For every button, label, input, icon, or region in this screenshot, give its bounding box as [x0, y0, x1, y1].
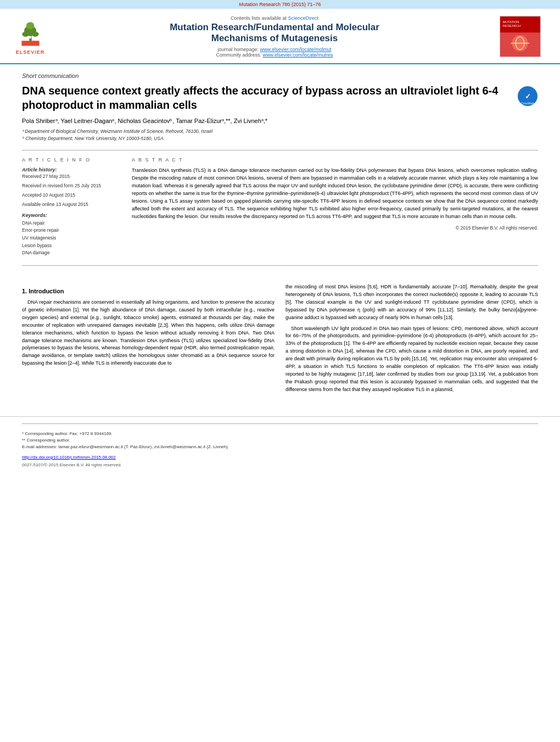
- journal-title-line2: Mechanisms of Mutagenesis: [211, 33, 338, 43]
- article-info-section-label: A R T I C L E I N F O: [22, 157, 121, 163]
- abstract-column: A B S T R A C T Translesion DNA synthesi…: [132, 157, 538, 257]
- abstract-text: Translesion DNA synthesis (TLS) is a DNA…: [132, 167, 538, 221]
- homepage-prefix: journal homepage:: [217, 47, 260, 52]
- keyword-4: Lesion bypass: [22, 242, 121, 250]
- svg-text:✓: ✓: [525, 92, 531, 101]
- svg-rect-0: [21, 41, 39, 46]
- header-middle: Contents lists available at ScienceDirec…: [55, 15, 494, 58]
- elsevier-tree-icon: [15, 18, 46, 48]
- body-divider: [22, 265, 538, 266]
- svg-text:MUTATION: MUTATION: [503, 20, 519, 24]
- svg-point-6: [29, 36, 31, 38]
- article-title-row: DNA sequence context greatly affects the…: [22, 83, 538, 112]
- abstract-section-label: A B S T R A C T: [132, 157, 538, 163]
- crossmark-icon[interactable]: ✓ CrossMark: [517, 86, 538, 107]
- article-divider: [22, 150, 538, 150]
- received-date: Received 27 May 2015: [22, 174, 121, 180]
- community-prefix: Community address:: [216, 52, 262, 58]
- footnote-1: * Corresponding author. Fax: +972 8 9344…: [22, 431, 538, 437]
- keyword-1: DNA repair: [22, 220, 121, 227]
- footnote-section: * Corresponding author. Fax: +972 8 9344…: [0, 416, 560, 450]
- doi-link[interactable]: http://dx.doi.org/10.1016/j.mrfmmm.2015.…: [22, 455, 116, 460]
- abstract-copyright: © 2015 Elsevier B.V. All rights reserved…: [132, 225, 538, 231]
- keywords-label: Keywords:: [22, 213, 121, 218]
- svg-text:RESEARCH: RESEARCH: [503, 24, 520, 27]
- article-type-label: Short communication: [22, 72, 538, 79]
- affiliation-a: ᵃ Department of Biological Chemistry, We…: [22, 128, 538, 135]
- keyword-3: UV mutagenesis: [22, 235, 121, 242]
- intro-paragraph-2: the miscoding of most DNA lesions [5,6],…: [285, 283, 538, 322]
- header-section: ELSEVIER Contents lists available at Sci…: [0, 9, 560, 64]
- intro-heading: 1. Introduction: [22, 288, 275, 294]
- journal-title-main: Mutation Research/Fundamental and Molecu…: [55, 22, 494, 44]
- intro-paragraph-3: Short wavelength UV light produced in DN…: [285, 325, 538, 394]
- article-history-label: Article history:: [22, 167, 121, 172]
- main-body-left-column: 1. Introduction DNA repair mechanisms ar…: [22, 283, 275, 397]
- journal-cover-image: MUTATION RESEARCH: [500, 16, 541, 57]
- article-info-abstract-section: A R T I C L E I N F O Article history: R…: [22, 157, 538, 257]
- online-date: Available online 13 August 2015: [22, 202, 121, 208]
- affiliations: ᵃ Department of Biological Chemistry, We…: [22, 128, 538, 142]
- footnote-3: E-mail addresses: tamar.paz-elizur@weizm…: [22, 444, 538, 450]
- elsevier-logo: ELSEVIER: [11, 18, 49, 55]
- page: Mutation Research 780 (2015) 71–76 ELSEV…: [0, 0, 560, 742]
- intro-paragraph-1: DNA repair mechanisms are conserved in e…: [22, 299, 275, 367]
- main-body: 1. Introduction DNA repair mechanisms ar…: [0, 283, 560, 408]
- intro-heading-text: 1. Introduction: [22, 288, 64, 294]
- authors-text: Pola Shriberᵃ, Yael Leitner-Daganᵃ, Nich…: [22, 118, 267, 124]
- science-direct-link[interactable]: ScienceDirect: [288, 15, 319, 21]
- affiliation-b: ᵇ Chemistry Department, New York Univers…: [22, 135, 538, 142]
- footer-copyright: 0027-5107/© 2015 Elsevier B.V. All right…: [0, 462, 560, 473]
- header-right: MUTATION RESEARCH: [500, 16, 544, 57]
- cover-graphic-icon: MUTATION RESEARCH: [500, 16, 540, 57]
- journal-top-bar: Mutation Research 780 (2015) 71–76: [0, 0, 560, 9]
- svg-point-3: [22, 32, 29, 37]
- community-link[interactable]: www.elsevier.com/locate/mutres: [262, 52, 333, 58]
- svg-point-5: [26, 22, 34, 29]
- revised-date: Received in revised form 25 July 2015: [22, 183, 121, 189]
- keyword-5: DNA damage: [22, 249, 121, 257]
- elsevier-brand-text: ELSEVIER: [16, 49, 45, 55]
- issue-info: Mutation Research 780 (2015) 71–76: [239, 2, 321, 7]
- article-info-column: A R T I C L E I N F O Article history: R…: [22, 157, 121, 257]
- footnote-2: ** Corresponding author.: [22, 437, 538, 444]
- keyword-2: Error-prone repair: [22, 227, 121, 235]
- authors-line: Pola Shriberᵃ, Yael Leitner-Daganᵃ, Nich…: [22, 118, 538, 125]
- science-direct-line: Contents lists available at ScienceDirec…: [55, 15, 494, 21]
- article-title: DNA sequence context greatly affects the…: [22, 83, 512, 112]
- journal-title-line1: Mutation Research/Fundamental and Molecu…: [170, 22, 379, 32]
- article-body: Short communication DNA sequence context…: [0, 64, 560, 283]
- contents-prefix: Contents lists available at: [231, 15, 288, 21]
- main-body-right-column: the miscoding of most DNA lesions [5,6],…: [285, 283, 538, 397]
- homepage-link[interactable]: www.elsevier.com/locate/molmut: [260, 47, 332, 52]
- accepted-date: Accepted 10 August 2015: [22, 192, 121, 199]
- journal-links: journal homepage: www.elsevier.com/locat…: [55, 47, 494, 58]
- footnote-divider: [22, 423, 538, 424]
- svg-point-4: [31, 32, 38, 37]
- footer-doi[interactable]: http://dx.doi.org/10.1016/j.mrfmmm.2015.…: [0, 450, 560, 462]
- svg-text:CrossMark: CrossMark: [521, 102, 535, 105]
